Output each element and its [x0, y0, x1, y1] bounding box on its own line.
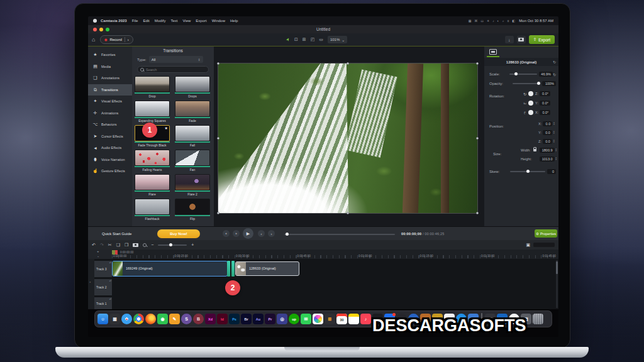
- rotation-knob[interactable]: [528, 101, 533, 106]
- resize-handle[interactable]: [217, 212, 219, 214]
- paste-button[interactable]: ❐: [125, 243, 128, 248]
- resize-handle[interactable]: [476, 137, 479, 140]
- scale-knob[interactable]: [514, 72, 518, 75]
- indesign-icon[interactable]: Id: [217, 314, 228, 324]
- rotation-value[interactable]: 0.0°: [540, 110, 550, 115]
- sidebar-item-favorites[interactable]: ★Favorites: [88, 49, 132, 61]
- collapse-tracks-button[interactable]: ⌄: [97, 254, 99, 258]
- select-tool-icon[interactable]: ➤: [285, 36, 291, 42]
- rotation-value[interactable]: 0.0°: [540, 91, 550, 96]
- resize-handle[interactable]: [476, 62, 479, 65]
- position-value[interactable]: 0.0: [543, 130, 552, 135]
- skew-knob[interactable]: [526, 170, 530, 173]
- pencil-app-icon[interactable]: ✎: [169, 314, 180, 324]
- menu-item-modify[interactable]: Modify: [155, 19, 166, 23]
- record-button[interactable]: Record ›: [100, 35, 133, 44]
- menu-item-file[interactable]: File: [132, 19, 138, 23]
- resize-handle[interactable]: [476, 212, 479, 214]
- scale-reset-icon[interactable]: ↻: [553, 72, 556, 77]
- transition-item[interactable]: Expanding Squares: [135, 101, 170, 123]
- spotlight-icon[interactable]: ⌕: [502, 19, 504, 23]
- transition-item[interactable]: Flashback: [135, 199, 170, 221]
- stepper[interactable]: ▲▼: [555, 157, 557, 161]
- track-options-icon[interactable]: ⇄: [109, 261, 111, 264]
- visual-properties-tab[interactable]: [489, 49, 497, 55]
- resize-handle[interactable]: [347, 62, 349, 65]
- music-icon[interactable]: ♪: [360, 314, 371, 324]
- search-input[interactable]: [146, 68, 203, 72]
- video-canvas[interactable]: [218, 63, 477, 213]
- calculator-icon[interactable]: ⊞: [325, 314, 335, 324]
- chrome-icon[interactable]: [133, 314, 144, 324]
- trash-icon[interactable]: [533, 314, 543, 324]
- timeline-ruler[interactable]: + ⌄ 0:00:00:00 0:00:00:000:00:15:000:00:…: [88, 250, 558, 259]
- bridge-icon[interactable]: Br: [241, 314, 252, 324]
- photoshop-icon[interactable]: Ps: [229, 314, 240, 324]
- canvas-zoom-dropdown[interactable]: 101% ⌄: [328, 36, 347, 43]
- copy-button[interactable]: ❏: [116, 243, 120, 248]
- play-button[interactable]: ▶: [243, 228, 253, 239]
- bbedit-icon[interactable]: B: [193, 314, 204, 324]
- buy-now-button[interactable]: Buy Now!: [157, 229, 200, 238]
- favorite-star-icon[interactable]: ★: [165, 126, 168, 130]
- sidebar-item-animations[interactable]: ✛Animations: [88, 107, 132, 119]
- calendar-icon[interactable]: 30: [336, 314, 347, 324]
- finder-icon[interactable]: ☺: [97, 314, 108, 324]
- apple-logo[interactable]: [93, 19, 97, 23]
- transition-marker[interactable]: [231, 261, 235, 277]
- scale-value[interactable]: 46.9%: [539, 72, 553, 77]
- stepper[interactable]: ▲▼: [553, 140, 555, 143]
- s-app-icon[interactable]: S: [181, 314, 192, 324]
- export-button[interactable]: ⇧ Export: [529, 35, 555, 44]
- zoom-out-button[interactable]: −: [151, 243, 153, 247]
- track-header-track-3[interactable]: Track 3⇄: [94, 261, 112, 277]
- position-value[interactable]: 0.0: [543, 121, 552, 126]
- timeline-mini-scrollbar[interactable]: [533, 243, 555, 247]
- resize-handle[interactable]: [347, 212, 349, 214]
- notes-icon[interactable]: [348, 314, 359, 324]
- playhead-red-handle[interactable]: [115, 250, 118, 255]
- bluetooth-icon[interactable]: ◐: [497, 19, 499, 23]
- transition-item[interactable]: Fade: [175, 101, 210, 123]
- rotation-knob[interactable]: [528, 91, 533, 96]
- menu-item-window[interactable]: Window: [212, 19, 225, 23]
- photos-icon[interactable]: [313, 314, 323, 324]
- sound-icon[interactable]: ♪: [492, 19, 494, 23]
- rotation-knob[interactable]: [528, 110, 533, 115]
- transition-item[interactable]: Drop: [135, 76, 170, 98]
- home-icon[interactable]: ⌂: [92, 36, 95, 43]
- stepper-down[interactable]: ▼: [553, 133, 555, 134]
- track-options-icon[interactable]: ⇄: [109, 298, 111, 300]
- sidebar-item-transitions[interactable]: ⧉Transitions: [88, 84, 132, 96]
- canvas-options-icon[interactable]: ▭: [319, 37, 323, 42]
- transition-marker[interactable]: [227, 261, 230, 277]
- upwork-icon[interactable]: up: [289, 314, 299, 324]
- share-button[interactable]: [517, 36, 526, 43]
- sidebar-item-visual-effects[interactable]: ✦Visual Effects: [88, 96, 132, 107]
- stepper[interactable]: ▲▼: [553, 131, 555, 134]
- facetime-icon[interactable]: ◉: [157, 314, 168, 324]
- opacity-knob[interactable]: [537, 82, 540, 85]
- stepper-down[interactable]: ▼: [555, 150, 557, 152]
- rotation-value[interactable]: 0.0°: [540, 101, 550, 106]
- stepper-down[interactable]: ▼: [553, 124, 555, 126]
- quick-start-guide-link[interactable]: Quick Start Guide: [102, 232, 131, 236]
- audition-icon[interactable]: Au: [253, 314, 264, 324]
- sidebar-item-cursor-effects[interactable]: ➤Cursor Effects: [88, 131, 132, 143]
- fit-canvas-icon[interactable]: ⊡: [294, 37, 298, 42]
- redo-button[interactable]: ↷: [100, 243, 104, 248]
- pan-tool-icon[interactable]: ⊞: [303, 37, 306, 42]
- track-header-track-2[interactable]: Track 2⇄: [94, 279, 112, 295]
- resize-handle[interactable]: [217, 62, 219, 65]
- size-lock-icon[interactable]: [533, 149, 536, 151]
- battery-icon[interactable]: ▭: [480, 19, 484, 23]
- gutter-arrow-icon[interactable]: ‣: [89, 280, 91, 284]
- detach-timeline-icon[interactable]: ▣: [526, 243, 530, 248]
- wifi-icon[interactable]: ✳: [487, 19, 489, 23]
- messages-icon[interactable]: ✉: [301, 314, 311, 324]
- rotate-x-icon[interactable]: ↻: [524, 111, 526, 114]
- siri-icon[interactable]: ◧: [513, 19, 516, 23]
- scale-slider[interactable]: [509, 74, 537, 75]
- transition-item[interactable]: Fan: [175, 150, 210, 172]
- firefox-icon[interactable]: [145, 314, 156, 324]
